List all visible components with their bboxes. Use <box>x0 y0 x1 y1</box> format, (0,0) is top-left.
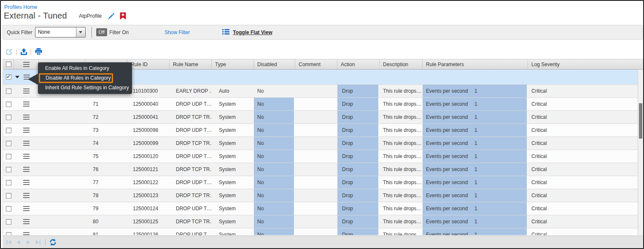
action-value-chip[interactable]: Drop <box>337 150 378 163</box>
col-header-description[interactable]: Description <box>380 59 423 69</box>
rule-parameters-chip[interactable]: Events per second 1 <box>423 111 527 123</box>
row-menu-icon[interactable] <box>23 219 30 224</box>
col-header-log-severity[interactable]: Log Severity <box>528 59 643 69</box>
edit-pencil-icon[interactable] <box>107 12 115 20</box>
refresh-icon[interactable] <box>49 238 57 246</box>
table-row[interactable]: 74 125000099 DROP TCP TR… System No Drop… <box>3 137 639 150</box>
table-row[interactable]: 72 125000041 DROP TCP TR… System No Drop… <box>3 111 639 124</box>
row-checkbox-checked[interactable] <box>6 74 11 80</box>
chevron-down-icon[interactable] <box>76 27 85 37</box>
row-checkbox[interactable] <box>6 180 11 185</box>
rule-parameters-chip[interactable]: Events per second 1 <box>423 98 527 110</box>
edit-icon[interactable] <box>5 48 13 55</box>
disabled-value-chip[interactable]: No <box>254 189 294 202</box>
rule-parameters-chip[interactable]: Events per second 1 <box>423 124 527 137</box>
show-filter-link[interactable]: Show Filter <box>164 29 190 35</box>
hamburger-icon[interactable] <box>23 62 30 67</box>
row-menu-icon[interactable] <box>23 232 30 235</box>
disabled-value-chip[interactable]: No <box>254 137 294 150</box>
row-menu-icon[interactable] <box>23 167 30 172</box>
rule-parameters-chip[interactable]: Events per second 1 <box>423 202 527 215</box>
disabled-value-chip[interactable]: No <box>254 228 294 235</box>
col-header-comment[interactable]: Comment <box>295 59 337 69</box>
row-menu-icon[interactable] <box>23 102 30 107</box>
disabled-value-chip[interactable]: No <box>254 215 294 228</box>
row-checkbox[interactable] <box>6 128 11 133</box>
col-header-action[interactable]: Action <box>337 59 380 69</box>
select-all-checkbox[interactable] <box>6 62 11 67</box>
disabled-value-chip[interactable]: No <box>254 98 294 110</box>
rule-parameters-chip[interactable]: Events per second 1 <box>423 85 527 97</box>
bookmark-add-icon[interactable] <box>120 12 126 20</box>
row-checkbox[interactable] <box>6 206 11 212</box>
rule-parameters-chip[interactable]: Events per second 1 <box>423 189 527 202</box>
disabled-value-chip[interactable]: No <box>254 163 294 176</box>
rule-parameters-chip[interactable]: Events per second 1 <box>423 163 527 176</box>
col-header-rule-parameters[interactable]: Rule Parameters <box>423 59 528 69</box>
last-page-icon[interactable] <box>35 239 41 246</box>
rule-parameters-chip[interactable]: Events per second 1 <box>423 176 527 189</box>
row-menu-icon[interactable] <box>23 193 30 198</box>
row-menu-icon[interactable] <box>23 206 30 211</box>
action-value-chip[interactable]: Drop <box>337 228 378 235</box>
table-row[interactable]: 75 125000120 DROP UDP T… System No Drop … <box>3 150 639 163</box>
action-value-chip[interactable]: Drop <box>337 215 378 228</box>
next-page-icon[interactable] <box>25 239 32 246</box>
context-menu-item-enable-all[interactable]: Enable All Rules in Category <box>38 64 132 73</box>
table-row[interactable]: 73 125000098 DROP UDP T… System No Drop … <box>3 124 639 137</box>
col-header-disabled[interactable]: Disabled <box>254 59 295 69</box>
action-value-chip[interactable]: Drop <box>337 163 378 176</box>
row-checkbox[interactable] <box>6 167 11 172</box>
col-header-rule-id[interactable]: Rule ID <box>127 59 170 69</box>
action-value-chip[interactable]: Drop <box>337 124 378 137</box>
action-value-chip[interactable]: Drop <box>337 85 378 97</box>
print-icon[interactable] <box>35 48 43 55</box>
col-header-type[interactable]: Type <box>212 59 254 69</box>
row-checkbox[interactable] <box>6 102 11 107</box>
action-value-chip[interactable]: Drop <box>337 202 378 215</box>
disabled-value-chip[interactable]: No <box>254 111 294 123</box>
rule-parameters-chip[interactable]: Events per second 1 <box>423 150 527 163</box>
action-value-chip[interactable]: Drop <box>337 176 378 189</box>
table-row[interactable]: 80 125000125 DROP TCP TR… System No Drop… <box>3 215 639 228</box>
action-value-chip[interactable]: Drop <box>337 189 378 202</box>
row-menu-icon[interactable] <box>23 154 30 159</box>
row-menu-icon[interactable] <box>23 180 30 185</box>
rule-parameters-chip[interactable]: Events per second 1 <box>423 137 527 150</box>
row-menu-icon[interactable] <box>23 128 30 133</box>
breadcrumb-profiles-home[interactable]: Profiles Home <box>4 4 38 10</box>
table-row[interactable]: 76 125000121 DROP TCP TR… System No Drop… <box>3 163 639 176</box>
row-checkbox[interactable] <box>6 193 11 198</box>
rule-parameters-chip[interactable]: Events per second 1 <box>423 228 527 235</box>
table-row[interactable]: 77 125000122 DROP UDP T… System No Drop … <box>3 176 639 189</box>
action-value-chip[interactable]: Drop <box>337 137 378 150</box>
row-menu-icon[interactable] <box>23 88 30 94</box>
rule-parameters-chip[interactable]: Events per second 1 <box>423 215 527 228</box>
row-menu-icon[interactable] <box>23 141 30 146</box>
row-menu-icon[interactable] <box>23 115 30 120</box>
row-checkbox[interactable] <box>6 219 11 225</box>
disabled-value-chip[interactable]: No <box>254 124 294 137</box>
row-checkbox[interactable] <box>6 141 11 146</box>
row-checkbox[interactable] <box>6 115 11 120</box>
caret-down-icon[interactable] <box>15 76 19 78</box>
disabled-value-chip[interactable]: No <box>254 202 294 215</box>
first-page-icon[interactable] <box>5 239 12 246</box>
table-row[interactable]: 79 125000124 DROP UDP T… System No Drop … <box>3 202 639 215</box>
context-menu-item-inherit-grid[interactable]: Inherit Grid Rule Settings in Category <box>38 83 132 93</box>
disabled-value-chip[interactable]: No <box>254 150 294 163</box>
upload-icon[interactable] <box>20 48 27 55</box>
previous-page-icon[interactable] <box>15 239 22 246</box>
action-value-chip[interactable]: Drop <box>337 98 378 110</box>
row-checkbox[interactable] <box>6 154 11 159</box>
disabled-value-chip[interactable]: No <box>254 176 294 189</box>
action-value-chip[interactable]: Drop <box>337 111 378 123</box>
vertical-scrollbar[interactable] <box>638 70 643 235</box>
table-row[interactable]: 78 125000123 DROP TCP TR… System No Drop… <box>3 189 639 202</box>
col-header-rule-name[interactable]: Rule Name <box>170 59 212 69</box>
toggle-flat-view-button[interactable]: Toggle Flat View <box>222 29 272 36</box>
quick-filter-select[interactable]: None <box>35 27 86 37</box>
row-checkbox[interactable] <box>6 232 11 236</box>
scrollbar-thumb[interactable] <box>639 103 642 139</box>
row-checkbox[interactable] <box>6 88 11 94</box>
